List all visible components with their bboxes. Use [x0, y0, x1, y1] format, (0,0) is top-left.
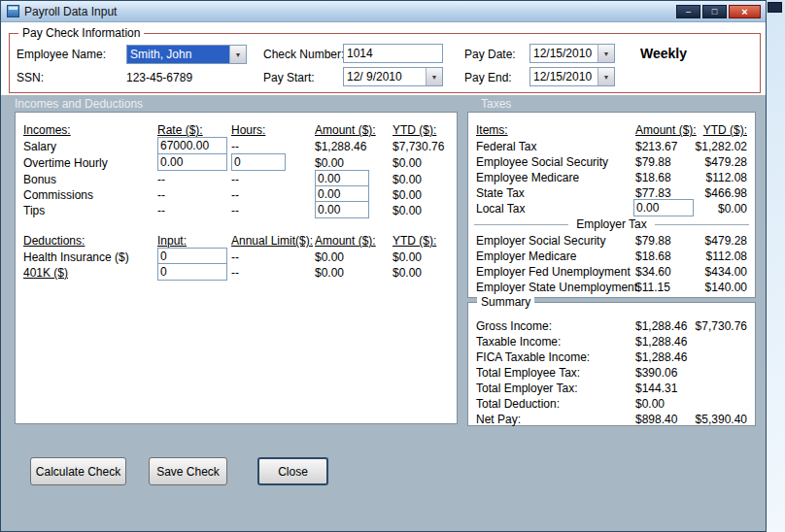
income-label: Commissions	[23, 188, 93, 202]
pay-date-picker[interactable]: 12/15/2010	[529, 44, 615, 63]
summary-amount: $390.06	[635, 366, 677, 380]
income-label: Salary	[23, 140, 56, 153]
chevron-down-icon[interactable]	[597, 68, 614, 85]
tax-label: State Tax	[476, 186, 525, 200]
income-hours: --	[231, 173, 239, 186]
tax-row-employee-ss: Employee Social Security $79.88 $479.28	[468, 154, 755, 170]
income-hours: --	[231, 204, 239, 217]
tax-ytd: $140.00	[705, 281, 747, 294]
summary-label: Total Employee Tax:	[476, 366, 580, 380]
calculate-check-button[interactable]: Calculate Check	[30, 457, 126, 485]
summary-label: FICA Taxable Income:	[476, 350, 590, 364]
chevron-down-icon[interactable]	[229, 46, 246, 63]
tax-ytd: $112.08	[706, 249, 748, 263]
employer-tax-group-label: Employer Tax	[568, 217, 654, 231]
401k-input[interactable]	[157, 263, 227, 281]
deduction-row-health-insurance: Health Insurance ($) -- $0.00 $0.00	[16, 249, 457, 265]
items-col-header: Items:	[476, 123, 508, 137]
tax-label: Employee Medicare	[476, 171, 579, 184]
incomes-header-row: Incomes: Rate ($): Hours: Amount ($): YT…	[16, 122, 457, 138]
deduction-row-401k: 401K ($) -- $0.00 $0.00	[16, 265, 457, 281]
summary-groupbox: Summary Gross Income: $1,288.46 $7,730.7…	[467, 302, 756, 426]
401k-link-label[interactable]: 401K ($)	[23, 266, 68, 280]
background-window-fragment	[768, 2, 782, 13]
income-rate: --	[157, 188, 165, 202]
overtime-rate-input[interactable]	[157, 153, 227, 171]
tax-amount: $18.68	[635, 249, 671, 263]
deduction-limit: --	[231, 250, 239, 264]
summary-row-total-employee-tax: Total Employee Tax: $390.06	[468, 365, 755, 381]
summary-row-total-deduction: Total Deduction: $0.00	[468, 396, 755, 412]
summary-row-total-employer-tax: Total Employer Tax: $144.31	[468, 381, 755, 396]
income-label: Overtime Hourly	[23, 156, 108, 170]
deductions-col-header: Deductions:	[23, 234, 85, 248]
close-button[interactable]: Close	[257, 457, 328, 485]
summary-label: Gross Income:	[476, 319, 552, 333]
incomes-deductions-panel: Incomes: Rate ($): Hours: Amount ($): YT…	[15, 112, 458, 424]
employer-tax-divider: Employer Tax	[474, 217, 749, 231]
summary-label: Total Deduction:	[476, 397, 560, 411]
employee-name-combobox[interactable]: Smith, John	[126, 45, 247, 64]
income-rate: --	[157, 173, 165, 186]
overtime-hours-input[interactable]	[231, 153, 286, 171]
maximize-button[interactable]: □	[702, 5, 727, 18]
check-number-input[interactable]	[343, 44, 443, 63]
income-ytd: $0.00	[392, 188, 422, 202]
taxes-header-row: Items: Amount ($): YTD ($):	[468, 122, 755, 138]
pay-end-value: 12/15/2010	[530, 68, 597, 85]
income-label: Tips	[23, 204, 45, 217]
tax-amount: $77.83	[635, 186, 671, 200]
check-number-label: Check Number:	[263, 48, 344, 61]
window-title: Payroll Data Input	[24, 5, 117, 18]
ssn-label: SSN:	[17, 71, 44, 84]
amount-col-header: Amount ($):	[315, 234, 376, 248]
summary-ytd: $5,390.40	[696, 413, 747, 426]
close-window-button[interactable]: ×	[729, 5, 761, 18]
employee-name-label: Employee Name:	[17, 48, 106, 61]
summary-row-taxable: Taxable Income: $1,288.46	[468, 334, 755, 349]
tax-row-local: Local Tax $0.00	[468, 201, 755, 216]
income-hours: --	[231, 140, 239, 153]
pay-start-label: Pay Start:	[263, 71, 315, 84]
summary-label: Taxable Income:	[476, 335, 561, 349]
tax-row-federal: Federal Tax $213.67 $1,282.02	[468, 139, 755, 154]
amount-col-header: Amount ($):	[315, 123, 376, 137]
summary-group-label: Summary	[477, 295, 534, 309]
summary-row-gross: Gross Income: $1,288.46 $7,730.76	[468, 318, 755, 334]
deduction-amount: $0.00	[315, 250, 344, 264]
deduction-amount: $0.00	[315, 266, 344, 280]
minimize-button[interactable]: –	[676, 5, 700, 18]
pay-frequency-label: Weekly	[640, 46, 687, 61]
income-ytd: $0.00	[392, 173, 422, 186]
tax-label: Employer Fed Unemployment	[476, 265, 631, 279]
input-col-header: Input:	[157, 234, 187, 248]
tax-amount: $79.88	[635, 155, 671, 169]
tax-row-state: State Tax $77.83 $466.98	[468, 185, 755, 201]
chevron-down-icon[interactable]	[426, 68, 442, 85]
taxes-section-header: Taxes	[481, 97, 511, 111]
income-amount: $0.00	[315, 156, 344, 170]
summary-label: Total Employer Tax:	[476, 382, 578, 395]
salary-rate-input[interactable]	[157, 137, 227, 154]
ytd-col-header: YTD ($):	[703, 123, 747, 137]
income-row-bonus: Bonus -- -- $0.00	[16, 172, 457, 187]
summary-amount: $1,288.46	[635, 319, 687, 333]
chevron-down-icon[interactable]	[597, 45, 614, 62]
income-ytd: $7,730.76	[392, 140, 444, 153]
save-check-button[interactable]: Save Check	[149, 457, 227, 485]
summary-row-net-pay: Net Pay: $898.40 $5,390.40	[468, 412, 755, 427]
tax-amount: $34.60	[635, 265, 671, 279]
income-ytd: $0.00	[392, 156, 422, 170]
income-label: Bonus	[23, 173, 56, 186]
income-amount: $1,288.46	[315, 140, 366, 153]
pay-date-label: Pay Date:	[464, 48, 516, 61]
lower-region: Incomes and Deductions Taxes Incomes: Ra…	[1, 95, 766, 531]
pay-end-picker[interactable]: 12/15/2010	[529, 67, 615, 86]
local-tax-input[interactable]	[633, 199, 694, 216]
summary-ytd: $7,730.76	[696, 319, 747, 333]
pay-start-picker[interactable]: 12/ 9/2010	[343, 67, 443, 86]
incomes-col-header: Incomes:	[23, 123, 71, 137]
tips-amount-input[interactable]	[315, 201, 369, 218]
taxes-panel: Items: Amount ($): YTD ($): Federal Tax …	[467, 112, 756, 298]
deduction-label: Health Insurance ($)	[23, 250, 129, 264]
